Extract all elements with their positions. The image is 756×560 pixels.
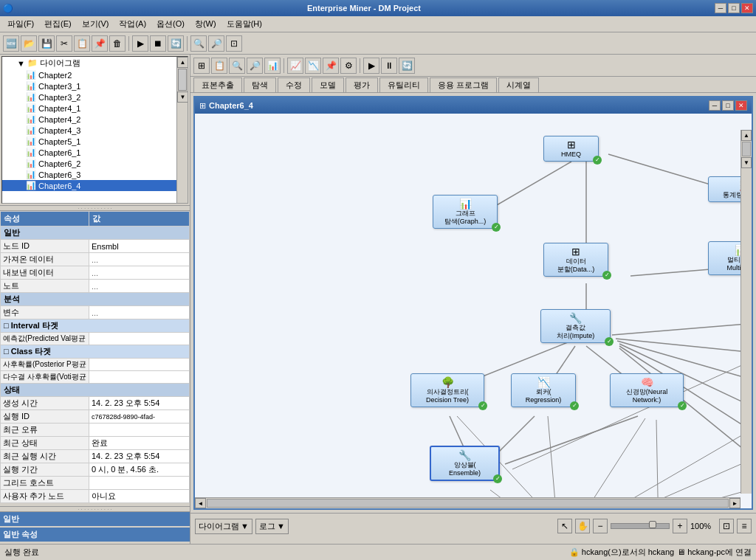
diagram-dropdown-arrow: ▼ (241, 522, 249, 530)
minimize-button[interactable]: ─ (715, 3, 726, 13)
node-hmeq[interactable]: ⊞ HMEQ ✓ (543, 136, 599, 162)
props-val-last-status: 완료 (89, 437, 190, 450)
diagram-hscroll[interactable]: ◄ ► (195, 497, 740, 508)
node-data-partition[interactable]: ⊞ 데이터분할(Data...) ✓ (543, 243, 608, 277)
zoom-thumb[interactable] (649, 521, 656, 528)
node-impute[interactable]: 🔧 결측값처리(Impute) ✓ (540, 309, 611, 343)
zoom-in-btn[interactable]: + (673, 519, 687, 533)
sec-tb-btn1[interactable]: ⊞ (193, 58, 210, 74)
node-ensemble[interactable]: 🔧 앙상블(Ensemble) ✓ (430, 446, 500, 481)
tree-item-chapter4-3[interactable]: 📊Chapter4_3 (2, 125, 176, 136)
tree-scroll-down[interactable]: ▼ (177, 91, 188, 103)
sec-tb-btn7[interactable]: 📉 (305, 58, 321, 74)
node-regression[interactable]: 📉 뢰커(Regression) ✓ (511, 373, 576, 407)
zoom-out-btn[interactable]: − (593, 519, 608, 533)
node-neural-network[interactable]: 🧠 신경망(NeuralNetwork:) ✓ (610, 373, 684, 407)
menu-file[interactable]: 파일(F) (3, 17, 38, 31)
zoom-slider[interactable] (611, 523, 670, 529)
props-row-exported-data: 내보낸 데이터 ... (1, 266, 190, 280)
diagram-maximize[interactable]: □ (722, 100, 734, 111)
menu-edit[interactable]: 편집(E) (40, 17, 76, 31)
node-decision-tree[interactable]: 🌳 의사결정트리(Decision Tree) ✓ (410, 373, 484, 407)
layout-btn[interactable]: ≡ (737, 519, 752, 533)
tab-evaluate[interactable]: 평가 (346, 77, 378, 92)
tree-item-chapter3-2[interactable]: 📊Chapter3_2 (2, 91, 176, 103)
toolbar-stop[interactable]: ⏹ (150, 35, 166, 52)
tab-apps[interactable]: 응용 프로그램 (430, 77, 497, 92)
tree-item-chapter5-1[interactable]: 📊Chapter5_1 (2, 136, 176, 147)
title-bar-controls: ─ □ ✕ (715, 3, 753, 13)
sec-tb-btn12[interactable]: 🔄 (399, 58, 415, 74)
neural-network-check: ✓ (678, 401, 687, 410)
sec-tb-btn2[interactable]: 📋 (211, 58, 227, 74)
tree-item-chapter6-4[interactable]: 📊Chapter6_4 (2, 180, 176, 191)
sec-tb-btn9[interactable]: ⚙ (340, 58, 357, 74)
close-button[interactable]: ✕ (741, 3, 753, 13)
toolbar-copy[interactable]: 📋 (74, 35, 90, 52)
sec-tb-btn3[interactable]: 🔍 (229, 58, 245, 74)
toolbar-run[interactable]: ▶ (132, 35, 148, 52)
diagram-dropdown[interactable]: 다이어그램 ▼ (195, 519, 252, 534)
tree-item-chapter6-1[interactable]: 📊Chapter6_1 (2, 147, 176, 158)
toolbar-refresh[interactable]: 🔄 (168, 35, 184, 52)
tree-item-chapter4-2[interactable]: 📊Chapter4_2 (2, 114, 176, 125)
toolbar-fit[interactable]: ⊡ (226, 35, 242, 52)
hand-tool[interactable]: ✋ (575, 519, 590, 533)
toolbar-save[interactable]: 💾 (38, 35, 55, 52)
sec-tb-btn5[interactable]: 📊 (264, 58, 281, 74)
menu-window[interactable]: 창(W) (190, 17, 221, 31)
tree-item-chapter3-1[interactable]: 📊Chapter3_1 (2, 80, 176, 91)
sec-tb-btn6[interactable]: 📈 (287, 58, 303, 74)
diagram-vscroll[interactable]: ▲ ▼ (740, 130, 752, 494)
tree-item-chapter4-1[interactable]: 📊Chapter4_1 (2, 103, 176, 114)
diagram-window: ⊞ Chapter6_4 ─ □ ✕ (190, 93, 756, 544)
fit-btn[interactable]: ⊡ (719, 519, 734, 533)
log-dropdown[interactable]: 로그 ▼ (255, 519, 289, 534)
menu-help[interactable]: 도움말(H) (222, 17, 267, 31)
toolbar-open[interactable]: 📂 (21, 35, 37, 52)
sec-sep1 (284, 58, 284, 73)
menu-work[interactable]: 작업(A) (114, 17, 151, 31)
resize-handle[interactable]: · · · · · · · · · · · (0, 205, 190, 211)
status-right: 🔒 hckang(으)로서의 hckang 🖥 hckang-pc에 연결 (569, 547, 752, 558)
diagram-bottom-bar: 다이어그램 ▼ 로그 ▼ ↖ ✋ − + 100% (190, 513, 756, 539)
node-graph-explore[interactable]: 📊 그래프탐색(Graph...) ✓ (433, 195, 498, 229)
diagram-close[interactable]: ✕ (735, 100, 747, 111)
toolbar-zoom-in[interactable]: 🔍 (190, 35, 207, 52)
svg-line-13 (619, 348, 752, 508)
diagram-content[interactable]: ⊞ HMEQ ✓ 📊 그래프탐색(Graph...) ✓ 📈 통계량 탐색(..… (195, 114, 752, 508)
toolbar-delete[interactable]: 🗑 (109, 35, 126, 52)
sec-tb-btn8[interactable]: 📌 (323, 58, 339, 74)
sec-tb-btn10[interactable]: ▶ (363, 58, 379, 74)
tab-utility[interactable]: 유틸리티 (379, 77, 428, 92)
maximize-button[interactable]: □ (728, 3, 740, 13)
sec-tb-btn4[interactable]: 🔎 (247, 58, 263, 74)
resize-handle-2[interactable]: · · · · · · · · · · · (0, 506, 190, 512)
tree-item-chapter6-2[interactable]: 📊Chapter6_2 (2, 158, 176, 169)
props-key-run-id: 실행 ID (1, 410, 89, 424)
props-val-note: ... (89, 280, 190, 293)
tab-explore[interactable]: 탐색 (244, 77, 276, 92)
menu-view[interactable]: 보기(V) (78, 17, 114, 31)
toolbar-paste[interactable]: 📌 (92, 35, 108, 52)
menu-options[interactable]: 옵션(O) (152, 17, 189, 31)
tab-modify[interactable]: 수정 (278, 77, 310, 92)
tree-area: ▼📁다이어그램 📊Chapter2 📊Chapter3_1 📊Chapter3_… (1, 56, 188, 204)
tree-item-chapter6-3[interactable]: 📊Chapter6_3 (2, 169, 176, 180)
diagram-minimize[interactable]: ─ (709, 100, 721, 111)
toolbar-zoom-out[interactable]: 🔎 (208, 35, 224, 52)
status-user: 🔒 hckang(으)로서의 hckang (569, 547, 674, 558)
tab-model[interactable]: 모델 (312, 77, 344, 92)
props-val-run-duration: 0 시, 0 분, 4.56 초. (89, 463, 190, 477)
tree-scrollbar[interactable]: ▲ ▼ (176, 57, 188, 203)
tree-scroll-up[interactable]: ▲ (177, 57, 188, 68)
toolbar-new[interactable]: 🆕 (3, 35, 19, 52)
tree-item-chapter2[interactable]: 📊Chapter2 (2, 69, 176, 80)
toolbar-cut[interactable]: ✂ (56, 35, 72, 52)
tab-sample[interactable]: 표본추출 (193, 77, 242, 92)
sec-tb-btn11[interactable]: ⏸ (381, 58, 397, 74)
pointer-tool[interactable]: ↖ (557, 519, 572, 533)
tree-item-diagrams[interactable]: ▼📁다이어그램 (2, 57, 176, 69)
tab-timeseries[interactable]: 시계열 (498, 77, 539, 92)
props-key-posterior: 사후확률(Posterior P평균 (1, 359, 89, 371)
